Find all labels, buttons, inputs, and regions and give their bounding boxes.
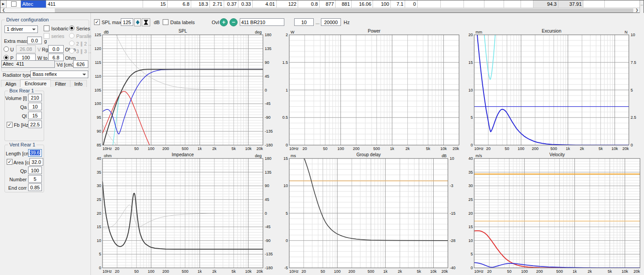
tick-label: 10: [450, 156, 454, 161]
chart-title: Power: [368, 29, 381, 33]
table-cell[interactable]: [464, 0, 484, 8]
tick-label: 100: [334, 269, 340, 274]
tick-label: 500: [556, 269, 563, 274]
series-radio[interactable]: [69, 25, 74, 31]
qa-input[interactable]: [28, 103, 42, 110]
table-cell[interactable]: 7.1: [391, 0, 405, 8]
tab-align[interactable]: Align: [1, 80, 21, 87]
table-cell[interactable]: 16.06: [352, 0, 373, 8]
group-title: Driver configuration: [5, 17, 50, 22]
tick-label: 20k: [256, 146, 263, 151]
tick-label: 20: [486, 146, 491, 151]
power-radio[interactable]: [4, 55, 9, 60]
table-cell[interactable]: [484, 0, 504, 8]
driver-name-field[interactable]: Altec 411: [1, 60, 55, 68]
vent-area-input[interactable]: [29, 158, 43, 166]
vd-input[interactable]: [73, 60, 88, 68]
table-cell[interactable]: [521, 0, 533, 8]
enclosure-tabs: Align Enclosure Filter Info: [1, 80, 86, 88]
tick-label: 90: [265, 183, 269, 188]
tab-enclosure[interactable]: Enclosure: [20, 79, 51, 87]
table-cell[interactable]: [504, 0, 521, 8]
overlay-name-input[interactable]: [240, 18, 284, 26]
table-cell[interactable]: 15: [143, 0, 168, 8]
table-cell[interactable]: [583, 0, 605, 8]
table-cell[interactable]: 2.71: [210, 0, 224, 8]
table-cell[interactable]: 122: [277, 0, 298, 8]
row-arrow-icon: ▶: [2, 2, 4, 6]
auto-scale-button[interactable]: [142, 18, 150, 26]
tick-label: 50: [507, 269, 512, 274]
two-two-radio[interactable]: [69, 41, 74, 46]
tick-label: 45: [265, 197, 269, 202]
remove-overlay-button[interactable]: −: [230, 18, 238, 26]
table-cell[interactable]: 4.01: [253, 0, 277, 8]
tab-filter[interactable]: Filter: [50, 80, 70, 87]
table-cell[interactable]: Altec: [21, 0, 46, 8]
table-cell[interactable]: [418, 0, 441, 8]
row-checkbox[interactable]: [11, 1, 16, 7]
tick-label: 35: [468, 170, 473, 175]
spinner-down-icon[interactable]: [136, 22, 139, 25]
table-cell[interactable]: 6.8: [168, 0, 191, 8]
freq-max-input[interactable]: [321, 18, 341, 26]
table-cell[interactable]: 411: [46, 0, 143, 8]
tick-label: 10: [97, 238, 101, 243]
spl-max-stepper[interactable]: [134, 18, 141, 26]
radiator-type-dropdown[interactable]: Bass reflex: [30, 71, 88, 78]
table-cell[interactable]: 94.3: [533, 0, 558, 8]
table-cell[interactable]: [605, 0, 641, 8]
table-cell[interactable]: 877: [320, 0, 336, 8]
scroll-left-icon[interactable]: ❮: [0, 8, 7, 12]
end-corr-input[interactable]: [28, 183, 42, 191]
vent-area-checkbox[interactable]: ✓: [7, 159, 12, 165]
tick-label: 100: [148, 146, 155, 151]
extra-mass-input[interactable]: [27, 37, 42, 44]
vent-number-input[interactable]: [28, 175, 42, 183]
tick-label: -180: [265, 143, 273, 147]
table-vertical-scrollbar[interactable]: ˆˇ: [640, 0, 644, 13]
qp-input[interactable]: [28, 167, 42, 174]
tab-info[interactable]: Info: [70, 80, 87, 87]
table-cell[interactable]: 0: [405, 0, 418, 8]
table-cell[interactable]: 100: [373, 0, 391, 8]
volume-input[interactable]: [28, 94, 42, 101]
config-panel: Driver configuration 1 driver Isobaric S…: [0, 13, 91, 275]
scroll-right-icon[interactable]: ❯: [634, 8, 640, 12]
driver-count-dropdown[interactable]: 1 driver: [4, 25, 38, 33]
row-checkbox-cell[interactable]: [7, 0, 21, 8]
tick-label: 100: [148, 269, 155, 274]
spl-max-input[interactable]: [121, 18, 133, 26]
excursion-chart: Excursion20151050mm107.552.50N10Hz205010…: [463, 29, 644, 152]
table-cell[interactable]: 881: [336, 0, 352, 8]
three-three-radio[interactable]: [69, 48, 74, 54]
tick-label: 2.5: [631, 115, 636, 120]
driver-table: ▶ Altec411156.818.32.710.370.334.011220.…: [0, 0, 644, 13]
rg-input[interactable]: [48, 45, 64, 53]
table-cell[interactable]: 37.91: [558, 0, 583, 8]
data-labels-checkbox[interactable]: [163, 19, 168, 25]
tick-label: 0: [265, 211, 267, 216]
table-cell[interactable]: [441, 0, 464, 8]
tick-label: 20k: [441, 269, 448, 274]
table-cell[interactable]: 0.8: [298, 0, 320, 8]
fb-input[interactable]: [28, 121, 42, 128]
parallel-radio[interactable]: [69, 33, 74, 38]
tick-label: 0: [471, 266, 473, 270]
add-overlay-button[interactable]: +: [220, 18, 228, 26]
table-cell[interactable]: 0.33: [238, 0, 253, 8]
isobaric-checkbox[interactable]: [44, 25, 49, 31]
freq-min-input[interactable]: [294, 18, 314, 26]
table-cell[interactable]: 18.3: [191, 0, 210, 8]
table-cell[interactable]: 0.37: [224, 0, 238, 8]
table-horizontal-scrollbar[interactable]: ❮ ❯: [0, 8, 640, 13]
voltage-input[interactable]: [16, 45, 36, 53]
row-selector[interactable]: ▶: [0, 0, 7, 8]
spl-max-checkbox[interactable]: ✓: [94, 19, 100, 25]
scrollbar-thumb[interactable]: [55, 8, 633, 12]
tick-label: 0: [99, 266, 101, 270]
voltage-radio[interactable]: [4, 46, 9, 52]
vent-length-input[interactable]: 39.6: [28, 149, 42, 157]
ql-input[interactable]: [28, 112, 42, 119]
fb-checkbox[interactable]: ✓: [7, 122, 12, 128]
